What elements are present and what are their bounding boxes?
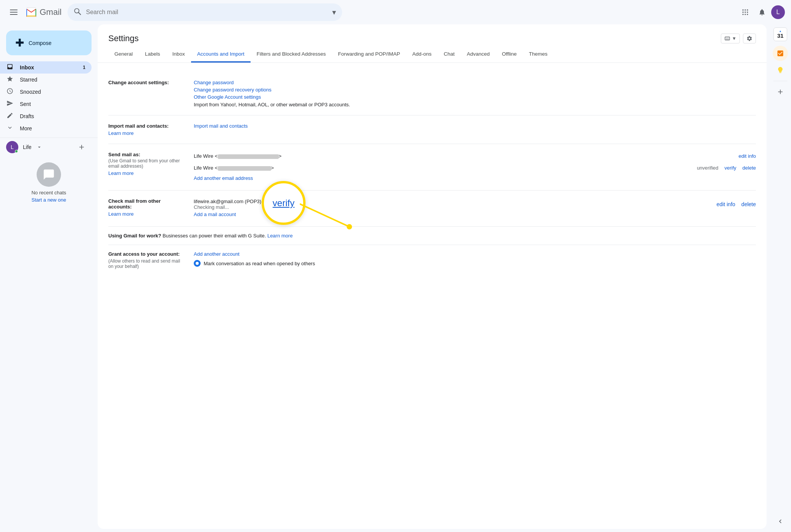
add-mail-account-link[interactable]: Add a mail account	[194, 212, 756, 217]
search-input[interactable]	[86, 9, 328, 16]
grant-access-inner: Grant access to your account: (Allow oth…	[108, 251, 756, 269]
check-mail-delete-link[interactable]: delete	[741, 201, 756, 207]
check-mail-entry: lifewire.ak@gmail.com (POP3) Checking ma…	[194, 198, 756, 210]
nav-separator	[0, 138, 98, 138]
change-password-recovery-link[interactable]: Change password recovery options	[194, 87, 756, 93]
tab-themes[interactable]: Themes	[523, 46, 554, 62]
grant-access-label-col: Grant access to your account: (Allow oth…	[108, 251, 185, 269]
right-panel-divider	[773, 81, 787, 81]
send-mail-name-2: Life Wire <>	[194, 165, 274, 171]
add-app-icon[interactable]	[773, 84, 788, 99]
check-mail-email: lifewire.ak@gmail.com (POP3) Checking ma…	[194, 198, 261, 210]
tab-inbox[interactable]: Inbox	[166, 46, 191, 62]
search-dropdown-icon[interactable]: ▾	[332, 8, 336, 17]
right-panel-bottom	[773, 514, 788, 529]
keep-icon-btn[interactable]	[773, 62, 788, 78]
sidebar-item-snoozed[interactable]: Snoozed	[0, 86, 92, 98]
notifications-icon[interactable]	[754, 5, 770, 20]
svg-point-11	[747, 11, 748, 13]
inbox-icon	[6, 63, 14, 72]
sidebar: ✚ Compose Inbox 1 Starred Snoozed	[0, 24, 98, 532]
sidebar-item-starred[interactable]: Starred	[0, 74, 92, 86]
add-account-icon[interactable]	[78, 143, 85, 151]
tab-addons[interactable]: Add-ons	[406, 46, 437, 62]
mark-conversation-radio[interactable]	[194, 260, 201, 267]
account-dropdown-icon	[36, 144, 42, 150]
settings-tabs: General Labels Inbox Accounts and Import…	[98, 46, 767, 63]
send-mail-entry-1: Life Wire <> edit info	[194, 152, 756, 160]
send-mail-actions-1: edit info	[738, 153, 756, 159]
tab-forwarding[interactable]: Forwarding and POP/IMAP	[332, 46, 406, 62]
tab-chat[interactable]: Chat	[437, 46, 461, 62]
calendar-icon[interactable]: ▲ 31	[773, 27, 787, 41]
expand-right-icon[interactable]	[773, 514, 788, 529]
mark-conversation-row: Mark conversation as read when opened by…	[194, 260, 315, 267]
tasks-icon-btn[interactable]	[773, 46, 788, 61]
inbox-count: 1	[83, 65, 85, 70]
sidebar-item-sent[interactable]: Sent	[0, 98, 92, 110]
compose-button[interactable]: ✚ Compose	[6, 30, 92, 55]
using-gmail-text: Businesses can power their email with G …	[162, 233, 266, 239]
add-email-link[interactable]: Add another email address	[194, 175, 756, 181]
import-mail-contacts-link[interactable]: Import mail and contacts	[194, 123, 756, 129]
menu-icon[interactable]	[6, 5, 21, 20]
send-mail-label: Send mail as: (Use Gmail to send from yo…	[108, 152, 185, 183]
settings-header: Settings ▼	[98, 24, 767, 43]
keyboard-shortcuts-btn[interactable]: ▼	[721, 34, 740, 43]
settings-title: Settings	[108, 34, 139, 43]
verify-link[interactable]: verify	[725, 165, 736, 171]
drafts-icon	[6, 112, 14, 121]
change-account-content: Change password Change password recovery…	[194, 80, 756, 107]
sidebar-item-drafts[interactable]: Drafts	[0, 110, 92, 122]
snoozed-label: Snoozed	[20, 89, 85, 95]
send-mail-entry-2: Life Wire <> unverified verify delete	[194, 163, 756, 172]
gmail-text: Gmail	[40, 7, 61, 17]
settings-gear-btn[interactable]	[743, 34, 756, 43]
check-mail-learn-more[interactable]: Learn more	[108, 211, 185, 217]
tab-filters[interactable]: Filters and Blocked Addresses	[251, 46, 332, 62]
check-mail-row: Check mail from other accounts: Learn mo…	[108, 191, 756, 227]
start-new-link[interactable]: Start a new one	[6, 197, 92, 203]
google-account-settings-link[interactable]: Other Google Account settings	[194, 94, 756, 100]
sidebar-item-inbox[interactable]: Inbox 1	[0, 61, 92, 74]
import-learn-more-link[interactable]: Learn more	[108, 130, 185, 136]
apps-icon[interactable]	[738, 5, 753, 20]
check-mail-edit-link[interactable]: edit info	[717, 201, 735, 207]
search-bar[interactable]: ▾	[68, 3, 342, 21]
send-mail-learn-more[interactable]: Learn more	[108, 170, 185, 176]
using-gmail-row: Using Gmail for work? Businesses can pow…	[108, 227, 756, 245]
topbar: Gmail ▾ L	[0, 0, 791, 24]
svg-point-12	[743, 14, 744, 15]
tab-advanced[interactable]: Advanced	[461, 46, 496, 62]
using-gmail-learn-more[interactable]: Learn more	[267, 233, 293, 239]
tab-offline[interactable]: Offline	[496, 46, 523, 62]
svg-point-7	[744, 10, 746, 11]
svg-point-6	[743, 10, 744, 11]
tab-accounts[interactable]: Accounts and Import	[191, 46, 251, 62]
tab-labels[interactable]: Labels	[139, 46, 166, 62]
avatar[interactable]: L	[771, 5, 785, 19]
starred-label: Starred	[20, 77, 85, 83]
send-mail-row: Send mail as: (Use Gmail to send from yo…	[108, 144, 756, 191]
account-item[interactable]: L Life	[0, 141, 92, 153]
search-icon	[74, 8, 81, 17]
send-mail-content: Life Wire <> edit info Life Wire <> unve…	[194, 152, 756, 183]
sidebar-item-more[interactable]: More	[0, 122, 92, 135]
drafts-label: Drafts	[20, 113, 85, 119]
delete-link-2[interactable]: delete	[743, 165, 756, 171]
sent-icon	[6, 100, 14, 109]
change-account-label: Change account settings:	[108, 80, 185, 107]
edit-info-link-1[interactable]: edit info	[738, 153, 756, 159]
check-mail-label: Check mail from other accounts: Learn mo…	[108, 198, 185, 219]
svg-point-9	[743, 11, 744, 13]
snoozed-icon	[6, 88, 14, 96]
compose-label: Compose	[29, 40, 51, 46]
svg-rect-1	[10, 12, 18, 13]
tab-general[interactable]: General	[108, 46, 139, 62]
add-account-link[interactable]: Add another account	[194, 251, 315, 257]
grant-access-content: Add another account Mark conversation as…	[194, 251, 315, 269]
topbar-right: L	[738, 5, 785, 20]
change-password-link[interactable]: Change password	[194, 80, 756, 85]
check-mail-content: lifewire.ak@gmail.com (POP3) Checking ma…	[194, 198, 756, 219]
right-panel: ▲ 31	[770, 24, 791, 532]
